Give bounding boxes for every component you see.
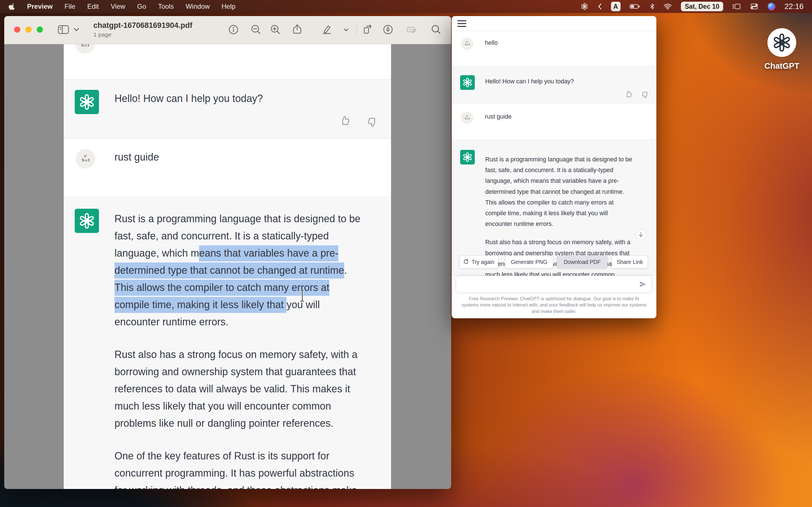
pdf-line: Rust also has a strong focus on memory s… xyxy=(114,346,387,363)
preview-window: chatgpt-1670681691904.pdf 1 page xyxy=(4,16,451,489)
button-label: Share Link xyxy=(617,259,643,265)
hamburger-menu-icon[interactable] xyxy=(457,20,467,27)
menu-item-help[interactable]: Help xyxy=(221,3,236,10)
menu-status-area: A Sat, Dec 10 22:16 xyxy=(580,2,804,11)
rotate-icon[interactable] xyxy=(362,24,373,35)
siri-icon[interactable] xyxy=(768,3,775,10)
chat-footer-disclaimer: Free Research Preview: ChatGPT is optimi… xyxy=(452,295,656,314)
page-count: 1 page xyxy=(93,31,192,38)
chat-line: This allows the compiler to catch many e… xyxy=(485,197,650,208)
minimize-button[interactable] xyxy=(26,26,32,33)
pdf-user-prompt: rust guide xyxy=(114,151,159,163)
generate-png-button[interactable]: Generate PNG xyxy=(505,256,553,269)
chat-message-input[interactable] xyxy=(456,276,652,292)
text-annotation-icon[interactable] xyxy=(406,24,417,35)
sidebar-toggle-icon[interactable] xyxy=(57,24,70,35)
user-avatar xyxy=(75,149,95,169)
toolbar-divider xyxy=(356,24,357,36)
chat-line: determined type that cannot be changed a… xyxy=(485,186,650,197)
menu-item-preview[interactable]: Preview xyxy=(27,3,53,10)
chat-user-row: hello xyxy=(452,31,656,66)
chat-paragraph: Rust is a programming language that is d… xyxy=(485,154,650,229)
text-segment: for working with threads, and these abst… xyxy=(114,485,357,489)
selected-text: This allows the compiler to catch many e… xyxy=(114,280,329,296)
share-icon[interactable] xyxy=(292,24,303,35)
highlighter-chevron-icon[interactable] xyxy=(344,28,349,32)
pdf-line: borrowing and ownership system that guar… xyxy=(114,363,387,380)
text-segment: problems like null or dangling pointer r… xyxy=(114,417,333,429)
pdf-line: fast, safe, and concurrent. It is a stat… xyxy=(114,227,387,244)
menu-left: PreviewFileEditViewGoToolsWindowHelp xyxy=(8,3,236,10)
thumbs-down-icon[interactable] xyxy=(641,91,649,99)
button-label: Try again xyxy=(472,259,495,265)
search-icon[interactable] xyxy=(430,24,442,35)
menu-item-tools[interactable]: Tools xyxy=(158,3,174,10)
text-segment: concurrent programming. It has powerful … xyxy=(114,467,354,479)
selected-text: compile time, making it less likely that xyxy=(114,297,287,313)
menubar-clock[interactable]: 22:16 xyxy=(784,2,804,11)
chat-user-prompt: rust guide xyxy=(485,113,511,120)
chatgpt-window: hello Hello! How can I help you today? r… xyxy=(452,16,656,318)
pdf-line: Rust is a programming language that is d… xyxy=(114,210,387,227)
pdf-line: determined type that cannot be changed a… xyxy=(114,262,387,279)
stage-manager-icon[interactable] xyxy=(732,3,741,10)
battery-icon[interactable] xyxy=(629,4,641,9)
bluetooth-icon[interactable] xyxy=(650,3,654,10)
text-segment: One of the key features of Rust is its s… xyxy=(114,450,329,462)
chatgpt-avatar xyxy=(460,150,475,165)
chat-line: compile time, making it less likely that… xyxy=(485,208,650,219)
apple-menu-icon[interactable] xyxy=(8,3,15,10)
preview-content: Hello! How can I help you today? rust gu… xyxy=(4,44,451,489)
sidebar-chevron-icon[interactable] xyxy=(73,27,79,32)
scroll-to-bottom-button[interactable] xyxy=(636,230,646,240)
download-pdf-button[interactable]: Download PDF xyxy=(557,256,608,269)
input-source-icon[interactable]: A xyxy=(611,2,620,11)
chat-user-row: rust guide xyxy=(452,103,656,140)
wifi-icon[interactable] xyxy=(663,3,672,10)
thumbs-up-icon xyxy=(339,115,351,126)
info-icon[interactable] xyxy=(228,24,239,35)
chatgpt-avatar xyxy=(460,75,475,90)
chat-line: language, which means that variables hav… xyxy=(485,175,650,186)
pdf-line: This allows the compiler to catch many e… xyxy=(114,279,387,296)
chatgpt-desktop-icon[interactable] xyxy=(767,28,796,57)
share-link-button[interactable]: Share Link xyxy=(612,256,648,269)
chatgpt-desktop-icon-label[interactable]: ChatGPT xyxy=(758,61,805,71)
text-segment: references to data will always be valid.… xyxy=(114,383,350,395)
menu-item-edit[interactable]: Edit xyxy=(87,3,99,10)
menu-item-file[interactable]: File xyxy=(64,3,75,10)
menu-item-go[interactable]: Go xyxy=(137,3,146,10)
close-button[interactable] xyxy=(14,26,20,33)
menu-item-view[interactable]: View xyxy=(111,3,125,10)
button-label: Download PDF xyxy=(564,259,601,265)
pdf-line: compile time, making it less likely that… xyxy=(114,296,387,313)
chat-line: encounter runtime errors. xyxy=(485,219,650,229)
markup-pen-icon[interactable] xyxy=(382,24,394,35)
zoom-out-icon[interactable] xyxy=(250,24,262,35)
text-segment: encounter runtime errors. xyxy=(114,316,229,328)
try-again-button[interactable]: Try again xyxy=(459,256,498,269)
pdf-page[interactable]: Hello! How can I help you today? rust gu… xyxy=(64,44,391,489)
send-icon[interactable] xyxy=(639,280,647,288)
chatgpt-menubar-icon[interactable] xyxy=(580,3,589,10)
selected-text: eans that variables have a pre- xyxy=(199,245,338,262)
selected-text: determined type that cannot be changed a… xyxy=(114,263,344,279)
highlighter-icon[interactable] xyxy=(321,24,333,35)
chat-assistant-row: Hello! How can I help you today? xyxy=(452,66,656,103)
user-avatar xyxy=(461,112,473,124)
user-avatar xyxy=(75,44,95,54)
text-segment: Rust also has a strong focus on memory s… xyxy=(114,349,357,360)
control-center-icon[interactable] xyxy=(750,3,759,10)
menu-item-window[interactable]: Window xyxy=(186,3,209,10)
zoom-window-button[interactable] xyxy=(37,26,43,33)
thumbs-up-icon[interactable] xyxy=(624,90,633,98)
pdf-line: for working with threads, and these abst… xyxy=(114,482,387,489)
chat-header xyxy=(452,16,656,31)
text-cursor-ibeam xyxy=(299,289,306,302)
menubar-date[interactable]: Sat, Dec 10 xyxy=(681,2,723,11)
zoom-in-icon[interactable] xyxy=(270,24,281,35)
chat-user-first: hello xyxy=(485,40,498,47)
pdf-paragraph: Rust is a programming language that is d… xyxy=(114,210,387,330)
chatgpt-avatar xyxy=(75,209,99,233)
back-chevron-icon[interactable] xyxy=(598,3,602,10)
